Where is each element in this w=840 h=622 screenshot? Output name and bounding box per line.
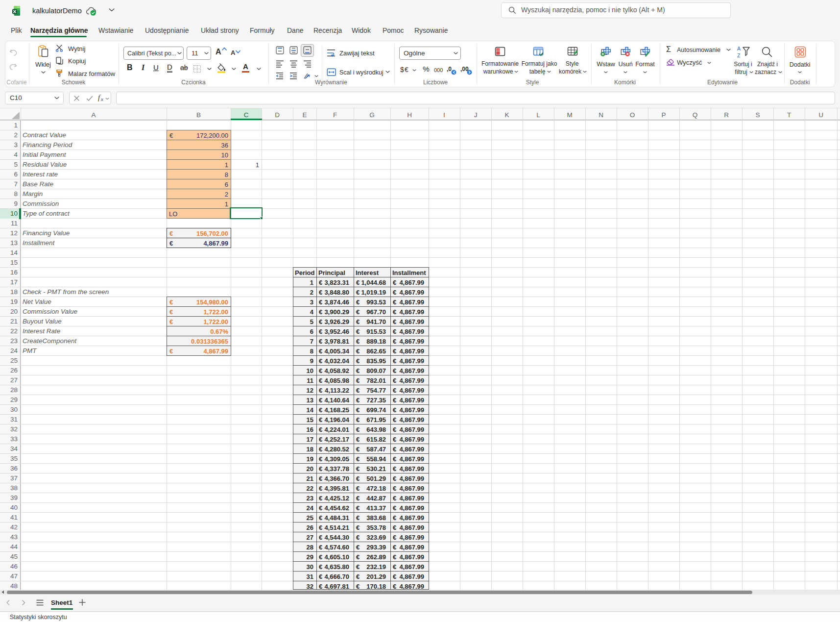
svg-text:Z: Z [737, 52, 741, 58]
svg-text:A: A [737, 46, 741, 51]
